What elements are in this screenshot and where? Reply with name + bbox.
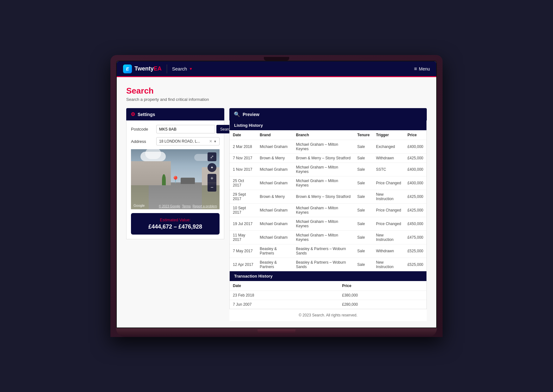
map-controls: ⤢ ✦ + −: [208, 152, 216, 192]
expand-map-button[interactable]: ⤢: [208, 152, 216, 161]
transaction-history-header: Transaction History: [230, 271, 426, 281]
cell-tenure: Sale: [354, 163, 373, 176]
address-label: Address: [131, 139, 153, 144]
est-value-label: Estimated Value:: [137, 217, 213, 222]
cell-tenure: Sale: [354, 190, 373, 204]
cell-date: 23 Feb 2018: [230, 291, 339, 300]
tx-col-price: Price: [339, 281, 426, 291]
settings-panel-header: ⚙ Settings: [126, 108, 224, 120]
zoom-in-button[interactable]: +: [208, 174, 216, 183]
table-row: 1 Nov 2017 Michael Graham Michael Graham…: [230, 163, 426, 176]
cell-date: 29 Sept 2017: [230, 190, 257, 204]
table-row: 29 Sept 2017 Brown & Merry Brown & Merry…: [230, 190, 426, 204]
cloud-1: [140, 152, 166, 161]
transaction-history-table: Date Price 23 Feb 2018 £380,000 7 Jun 20…: [230, 281, 426, 309]
cell-brand: Michael Graham: [257, 231, 293, 244]
menu-button[interactable]: ≡ Menu: [414, 66, 430, 72]
cell-date: 19 Jul 2017: [230, 217, 257, 231]
estimated-value-box: Estimated Value: £444,672 – £476,928: [131, 213, 220, 235]
logo-text: TwentyEA: [134, 65, 162, 72]
right-panel: 🔍 Preview Listing History Date Bran: [229, 108, 427, 321]
preview-body: Listing History Date Brand Branch Tenure: [229, 120, 427, 309]
zoom-controls: + −: [208, 174, 216, 192]
cell-date: 7 Jun 2007: [230, 300, 339, 309]
table-row: 2 Mar 2018 Michael Graham Michael Graham…: [230, 140, 426, 154]
cell-tenure: Sale: [354, 154, 373, 163]
map-terms-link[interactable]: Terms: [182, 205, 191, 208]
postcode-label: Postcode: [131, 127, 153, 132]
dropdown-arrow-icon[interactable]: ▼: [214, 140, 217, 143]
cell-date: 11 May 2017: [230, 231, 257, 244]
table-row: 12 Apr 2017 Beasley & Partners Beasley &…: [230, 258, 426, 272]
zoom-out-button[interactable]: −: [208, 183, 216, 192]
cell-trigger: Withdrawn: [373, 154, 404, 163]
cell-trigger: SSTC: [373, 163, 404, 176]
cell-branch: Beasley & Partners – Woburn Sands: [293, 258, 354, 272]
col-branch: Branch: [293, 130, 354, 140]
cell-tenure: Sale: [354, 231, 373, 244]
cell-brand: Beasley & Partners: [257, 258, 293, 272]
listing-history-header: Listing History: [230, 120, 426, 130]
cell-branch: Michael Graham – Milton Keynes: [293, 204, 354, 217]
laptop-hinge: [258, 329, 295, 333]
cell-brand: Michael Graham: [257, 140, 293, 154]
listing-history-table: Date Brand Branch Tenure Trigger Price: [230, 130, 426, 271]
postcode-group: Search: [156, 125, 236, 133]
tree: [162, 174, 166, 185]
cell-price: £400,000: [404, 140, 426, 154]
nav-search-label: Search: [172, 66, 187, 71]
table-row: 19 Jul 2017 Michael Graham Michael Graha…: [230, 217, 426, 231]
page-title: Search: [126, 86, 427, 96]
cell-branch: Beasley & Partners – Woburn Sands: [293, 244, 354, 258]
main-layout: ⚙ Settings Postcode Search Address: [126, 108, 427, 321]
cell-branch: Brown & Merry – Stony Stratford: [293, 190, 354, 204]
postcode-input[interactable]: [156, 125, 215, 133]
est-value-range: £444,672 – £476,928: [137, 224, 213, 230]
cell-brand: Michael Graham: [257, 204, 293, 217]
address-select[interactable]: 18 LONDON ROAD, L... ✕ ▼: [156, 137, 220, 145]
cell-trigger: Price Changed: [373, 204, 404, 217]
footer-text: © 2023 Search. All rights reserved.: [229, 309, 427, 321]
map-pin-icon: 📍: [171, 176, 180, 183]
preview-search-icon: 🔍: [234, 111, 240, 117]
cell-date: 7 Nov 2017: [230, 154, 257, 163]
cell-price: £475,000: [404, 231, 426, 244]
nav-divider: [167, 64, 167, 73]
address-value: 18 LONDON ROAD, L...: [159, 139, 208, 144]
page-content: Search Search a property and find critic…: [117, 77, 436, 328]
map-report-link[interactable]: Report a problem: [193, 205, 217, 208]
cell-trigger: New Instruction: [373, 190, 404, 204]
logo-area: E TwentyEA: [123, 64, 162, 73]
compass-button[interactable]: ✦: [208, 163, 216, 172]
table-row: 10 Sept 2017 Michael Graham Michael Grah…: [230, 204, 426, 217]
street-view-map: 📍 ⤢ ✦ + − Google: [131, 149, 220, 209]
cell-trigger: New Instruction: [373, 231, 404, 244]
cell-brand: Michael Graham: [257, 176, 293, 190]
cell-price: £425,000: [404, 154, 426, 163]
cell-trigger: Price Changed: [373, 176, 404, 190]
table-row: 7 Nov 2017 Brown & Merry Brown & Merry –…: [230, 154, 426, 163]
nav-search-button[interactable]: Search ▼: [172, 66, 193, 71]
listing-table-header-row: Date Brand Branch Tenure Trigger Price: [230, 130, 426, 140]
cell-price: £280,000: [339, 300, 426, 309]
cell-tenure: Sale: [354, 258, 373, 272]
settings-body: Postcode Search Address 18 LONDON ROAD, …: [126, 120, 224, 239]
cell-tenure: Sale: [354, 244, 373, 258]
cell-brand: Michael Graham: [257, 217, 293, 231]
transaction-table-header-row: Date Price: [230, 281, 426, 291]
map-footer: © 2023 Google Terms Report a problem: [131, 205, 220, 208]
cell-trigger: Price Changed: [373, 217, 404, 231]
cell-price: £400,000: [404, 163, 426, 176]
postcode-row: Postcode Search: [131, 125, 220, 133]
table-row: 7 Jun 2007 £280,000: [230, 300, 426, 309]
logo-icon: E: [123, 64, 132, 73]
table-row: 25 Oct 2017 Michael Graham Michael Graha…: [230, 176, 426, 190]
col-trigger: Trigger: [373, 130, 404, 140]
clear-address-icon[interactable]: ✕: [209, 139, 212, 144]
cell-date: 12 Apr 2017: [230, 258, 257, 272]
cell-tenure: Sale: [354, 140, 373, 154]
address-controls: ✕ ▼: [209, 139, 217, 144]
chevron-down-icon: ▼: [189, 67, 193, 71]
cell-branch: Michael Graham – Milton Keynes: [293, 176, 354, 190]
table-row: 23 Feb 2018 £380,000: [230, 291, 426, 300]
